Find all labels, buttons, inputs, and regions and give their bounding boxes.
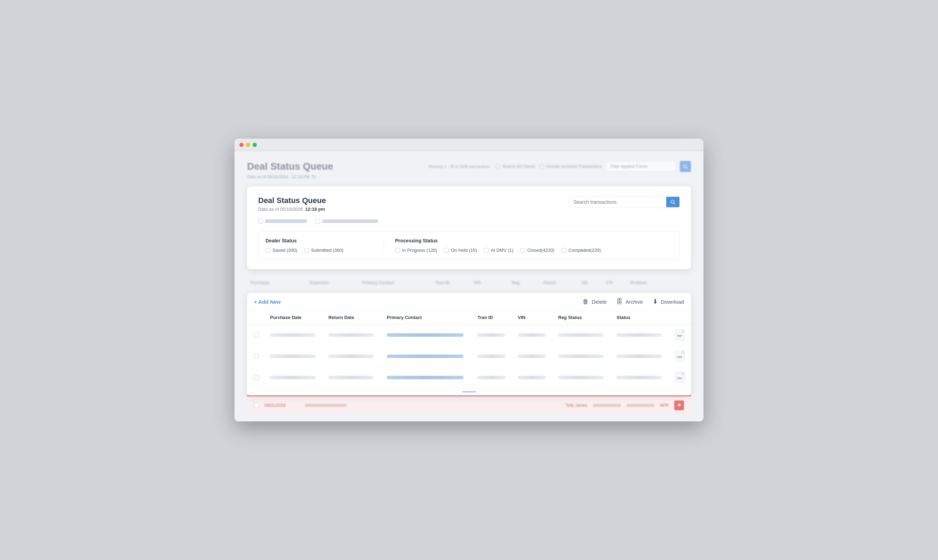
skeleton-purchase-2 — [270, 354, 315, 358]
th-tran-id: Tran ID — [472, 311, 512, 325]
checkbox-item-2[interactable] — [315, 219, 378, 223]
td-return-date-2 — [323, 346, 381, 367]
card-header: Deal Status Queue Data as of 05/10/2028 … — [258, 196, 680, 212]
bg-search-input[interactable] — [606, 162, 676, 171]
th-checkbox — [247, 311, 265, 325]
checkbox-1[interactable] — [258, 219, 263, 223]
bg-filter-circle2 — [539, 164, 544, 169]
checkbox-submitted[interactable] — [304, 248, 309, 253]
search-transactions-button[interactable] — [666, 197, 679, 207]
td-checkbox-1[interactable] — [247, 325, 265, 346]
bg-col-vin: VIN — [474, 280, 501, 285]
checkbox-at-dmv[interactable] — [484, 248, 489, 253]
bg-page-title: Deal Status Queue — [247, 161, 333, 172]
filter-in-progress[interactable]: In Progress (120) — [395, 248, 437, 253]
search-transactions-input[interactable] — [569, 197, 666, 208]
th-purchase-date: Purchase Date — [265, 311, 323, 325]
table-row[interactable]: PDF — [247, 367, 691, 388]
td-contact-2 — [381, 346, 472, 367]
td-checkbox-3[interactable] — [247, 367, 265, 388]
maximize-button[interactable] — [253, 143, 257, 147]
card-subtitle: Data as of 05/10/2028 12:18 pm — [258, 206, 326, 212]
checkbox-2[interactable] — [315, 219, 320, 223]
skeleton-status-1 — [616, 333, 662, 337]
td-pdf-3[interactable]: PDF — [669, 367, 691, 388]
filter-submitted[interactable]: Submitted (360) — [304, 248, 343, 253]
checkbox-closed[interactable] — [520, 248, 525, 253]
filter-submitted-label: Submitted (360) — [311, 248, 343, 253]
bg-header-right: Showing 1 - 30 of 1928 transactions Sear… — [428, 161, 691, 172]
download-action[interactable]: ⬇ Download — [653, 298, 684, 305]
bottom-name: Telly James — [565, 403, 587, 408]
checkbox-in-progress[interactable] — [395, 248, 400, 253]
td-contact-3 — [381, 367, 472, 388]
skeleton-tranid-2 — [477, 354, 505, 358]
td-pdf-1[interactable]: PDF — [669, 325, 691, 346]
processing-status-options: In Progress (120) On Hold (10) At DMV (1… — [395, 248, 673, 253]
filter-saved-label: Saved (300) — [273, 248, 297, 253]
bottom-skeleton-2 — [593, 404, 621, 407]
dealer-status-options: Saved (300) Submitted (360) — [265, 248, 373, 253]
skeleton-vin-3 — [518, 376, 546, 379]
filter-in-progress-label: In Progress (120) — [402, 248, 437, 253]
td-vin-1 — [512, 325, 553, 346]
bg-search-button[interactable] — [680, 161, 691, 172]
filter-on-hold[interactable]: On Hold (10) — [444, 248, 477, 253]
checkbox-completed[interactable] — [561, 248, 566, 253]
checkbox-item-1[interactable] — [258, 219, 307, 223]
table-row[interactable]: PDF — [247, 346, 691, 367]
skeleton-contact-1 — [387, 333, 464, 337]
td-reg-2 — [553, 346, 611, 367]
td-checkbox-2[interactable] — [247, 346, 265, 367]
row-checkbox-1[interactable] — [254, 332, 259, 337]
archive-action[interactable]: 🗄 Archive — [616, 298, 643, 305]
td-tranid-3 — [472, 367, 512, 388]
close-button[interactable] — [239, 143, 243, 147]
add-new-button[interactable]: + Add New — [254, 299, 281, 305]
th-status: Status — [611, 311, 669, 325]
td-status-1 — [611, 325, 669, 346]
filter-closed[interactable]: Closed(4220) — [520, 248, 554, 253]
filter-at-dmv[interactable]: At DMV (1) — [484, 248, 513, 253]
td-pdf-2[interactable]: PDF — [669, 346, 691, 367]
skeleton-contact-3 — [387, 376, 464, 379]
bg-col-purchase: Purchase — [251, 280, 299, 285]
search-box-wrapper — [568, 196, 680, 208]
filter-completed[interactable]: Completed(220) — [561, 248, 601, 253]
checkbox-on-hold[interactable] — [444, 248, 449, 253]
filter-saved[interactable]: Saved (300) — [265, 248, 297, 253]
checkbox-saved[interactable] — [265, 248, 270, 253]
pdf-icon-3[interactable]: PDF — [675, 372, 685, 383]
td-return-date-1 — [323, 325, 381, 346]
th-return-date: Return Date — [323, 311, 381, 325]
bottom-flagged-row[interactable]: 08/01/2028 Telly James NPR ⚑ — [247, 395, 691, 414]
th-pdf — [669, 311, 691, 325]
checkbox-row — [258, 219, 680, 225]
row-checkbox-3[interactable] — [254, 375, 259, 380]
skeleton-reg-1 — [558, 333, 604, 337]
dealer-status-label: Dealer Status — [265, 238, 373, 243]
bottom-row-checkbox[interactable] — [254, 403, 259, 408]
scroll-indicator — [462, 391, 476, 392]
th-reg-status: Reg Status — [553, 311, 611, 325]
td-status-3 — [611, 367, 669, 388]
bg-col-problem: Problem — [630, 280, 651, 285]
checkbox-label-1 — [265, 219, 307, 223]
pdf-icon-2[interactable]: PDF — [675, 351, 685, 362]
pdf-icon-1[interactable]: PDF — [675, 329, 685, 341]
table-row[interactable]: PDF — [247, 325, 691, 346]
filter-at-dmv-label: At DMV (1) — [491, 248, 513, 253]
minimize-button[interactable] — [246, 143, 250, 147]
bg-filter-circle — [496, 164, 501, 169]
table-header-row: Purchase Date Return Date Primary Contac… — [247, 311, 691, 325]
bottom-skeleton-3 — [627, 404, 655, 407]
skeleton-reg-3 — [558, 376, 604, 379]
bg-col-status: Status — [543, 280, 571, 285]
skeleton-return-1 — [328, 333, 374, 337]
row-checkbox-2[interactable] — [254, 354, 259, 359]
dealer-status-section: Dealer Status Saved (300) Submitted (360… — [265, 238, 384, 253]
bottom-alert-icon: ⚑ — [674, 400, 684, 410]
delete-action[interactable]: 🗑 Delete — [582, 298, 607, 305]
skeleton-status-3 — [616, 376, 662, 379]
filter-on-hold-label: On Hold (10) — [451, 248, 477, 253]
